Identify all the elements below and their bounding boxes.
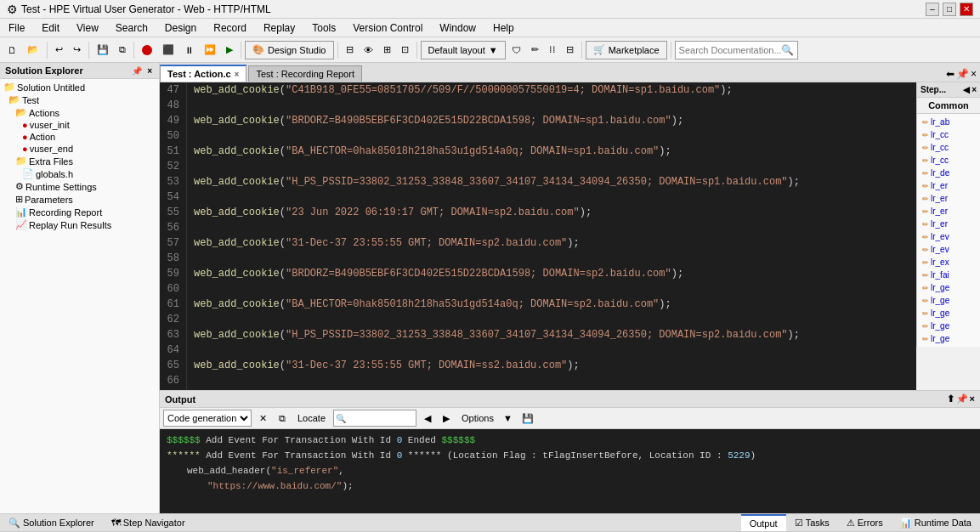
tab-recording-report[interactable]: Test : Recording Report xyxy=(248,65,362,82)
tree-globals-h[interactable]: 📄 globals.h xyxy=(2,167,157,180)
redo-button[interactable]: ↪ xyxy=(69,40,85,60)
common-function-item[interactable]: ✏lr_de xyxy=(919,167,978,179)
tree-test[interactable]: 📂 Test xyxy=(2,93,157,106)
copy-output-button[interactable]: ⧉ xyxy=(275,410,290,427)
common-function-item[interactable]: ✏lr_cc xyxy=(919,128,978,141)
menu-replay[interactable]: Replay xyxy=(255,19,303,37)
view-button[interactable]: 👁 xyxy=(360,40,377,60)
code-generation-dropdown[interactable]: Code generation xyxy=(163,410,252,427)
menu-edit[interactable]: Edit xyxy=(33,19,68,37)
tree-replay-run-results[interactable]: 📈 Replay Run Results xyxy=(2,218,157,231)
collapse-solution-button[interactable]: × xyxy=(145,66,154,76)
footer-runtime-data-tab[interactable]: 📊 Runtime Data xyxy=(892,514,980,531)
extra-button[interactable]: ⊡ xyxy=(397,40,413,60)
close-editor-icon[interactable]: × xyxy=(971,68,977,80)
save-button[interactable]: 💾 xyxy=(93,40,113,60)
menu-search[interactable]: Search xyxy=(107,19,156,37)
align-left-button[interactable]: ⊟ xyxy=(342,40,358,60)
code-editor[interactable]: 47web_add_cookie("C41B918_0FE55=0851705/… xyxy=(160,82,916,390)
minimize-button[interactable]: – xyxy=(926,3,939,16)
common-function-item[interactable]: ✏lr_cc xyxy=(919,141,978,154)
footer-tasks-tab[interactable]: ☑ Tasks xyxy=(786,514,838,531)
tree-action[interactable]: ● Action xyxy=(2,131,157,143)
footer-solution-explorer[interactable]: 🔍 Solution Explorer xyxy=(0,514,103,531)
common-function-item[interactable]: ✏lr_ge xyxy=(919,307,978,320)
footer-errors-tab[interactable]: ⚠ Errors xyxy=(838,514,892,531)
tree-runtime-settings[interactable]: ⚙ Runtime Settings xyxy=(2,180,157,193)
menu-view[interactable]: View xyxy=(68,19,107,37)
tree-vuser-end[interactable]: ● vuser_end xyxy=(2,143,157,155)
common-function-item[interactable]: ✏lr_ev xyxy=(919,230,978,243)
default-layout-button[interactable]: Default layout ▼ xyxy=(421,41,506,59)
tab-action-c-close[interactable]: × xyxy=(235,70,240,79)
new-button[interactable]: 🗋 xyxy=(3,40,21,60)
tree-solution-untitled[interactable]: 📁 Solution Untitled xyxy=(2,81,157,93)
collapse-editor-icon[interactable]: ⬅ xyxy=(946,68,955,80)
common-function-item[interactable]: ✏lr_ge xyxy=(919,320,978,332)
open-button[interactable]: 📂 xyxy=(23,40,43,60)
common-item-label: lr_ev xyxy=(931,245,949,254)
common-function-item[interactable]: ✏lr_er xyxy=(919,205,978,218)
key-button[interactable]: ⊟ xyxy=(562,40,578,60)
common-function-item[interactable]: ✏lr_ge xyxy=(919,332,978,345)
prev-result-button[interactable]: ◀ xyxy=(420,410,435,427)
stop-button[interactable]: ⬛ xyxy=(158,40,178,60)
common-function-item[interactable]: ✏lr_er xyxy=(919,218,978,230)
options-button[interactable]: Options xyxy=(457,410,498,427)
menu-design[interactable]: Design xyxy=(156,19,205,37)
design-studio-button[interactable]: 🎨 Design Studio xyxy=(245,41,334,59)
tree-vuser-init[interactable]: ● vuser_init xyxy=(2,119,157,131)
search-input[interactable] xyxy=(679,45,781,55)
tree-parameters[interactable]: ⊞ Parameters xyxy=(2,193,157,206)
menu-version-control[interactable]: Version Control xyxy=(344,19,431,37)
pencil-button[interactable]: ✏ xyxy=(527,40,543,60)
footer-output-tab[interactable]: Output xyxy=(741,514,786,531)
tree-extra-files[interactable]: 📁 Extra Files xyxy=(2,155,157,167)
step-close-icon[interactable]: × xyxy=(972,85,977,94)
dots-button[interactable]: ⁞⁞ xyxy=(545,40,560,60)
pin-output-icon[interactable]: 📌 xyxy=(956,393,968,405)
function-icon: ✏ xyxy=(922,309,929,318)
menu-file[interactable]: File xyxy=(0,19,33,37)
common-function-item[interactable]: ✏lr_fai xyxy=(919,269,978,281)
options-dropdown-arrow[interactable]: ▼ xyxy=(501,413,514,423)
step-pin-icon[interactable]: ◀ xyxy=(963,85,970,94)
close-button[interactable]: ✕ xyxy=(960,3,973,16)
footer-step-navigator[interactable]: 🗺 Step Navigator xyxy=(103,514,194,531)
record-button[interactable] xyxy=(138,40,156,60)
common-function-item[interactable]: ✏lr_ab xyxy=(919,116,978,128)
common-function-item[interactable]: ✏lr_ex xyxy=(919,256,978,269)
common-function-item[interactable]: ✏lr_er xyxy=(919,179,978,192)
pin-editor-icon[interactable]: 📌 xyxy=(956,68,969,80)
maximize-button[interactable]: □ xyxy=(943,3,956,16)
menu-help[interactable]: Help xyxy=(484,19,523,37)
pause-button[interactable]: ⏸ xyxy=(180,40,198,60)
next-result-button[interactable]: ▶ xyxy=(439,410,454,427)
save-output-button[interactable]: 💾 xyxy=(518,410,538,427)
menu-window[interactable]: Window xyxy=(431,19,484,37)
close-output-icon[interactable]: × xyxy=(970,393,975,405)
menu-record[interactable]: Record xyxy=(205,19,255,37)
play-button[interactable]: ▶ xyxy=(222,40,237,60)
tree-recording-report[interactable]: 📊 Recording Report xyxy=(2,206,157,218)
output-search-input[interactable] xyxy=(346,413,414,423)
tree-actions[interactable]: 📂 Actions xyxy=(2,106,157,119)
locate-output-button[interactable]: Locate xyxy=(293,410,330,427)
common-function-item[interactable]: ✏lr_ge xyxy=(919,294,978,307)
actions-folder-icon: 📂 xyxy=(15,107,27,118)
float-output-icon[interactable]: ⬆ xyxy=(947,393,955,405)
clear-output-button[interactable]: ✕ xyxy=(255,410,271,427)
shield-button[interactable]: 🛡 xyxy=(507,40,525,60)
grid-button[interactable]: ⊞ xyxy=(379,40,395,60)
undo-button[interactable]: ↩ xyxy=(51,40,67,60)
tab-action-c[interactable]: Test : Action.c × xyxy=(160,65,246,82)
menu-tools[interactable]: Tools xyxy=(303,19,344,37)
copy-button[interactable]: ⧉ xyxy=(115,40,130,60)
common-function-item[interactable]: ✏lr_er xyxy=(919,192,978,205)
marketplace-button[interactable]: 🛒 Marketplace xyxy=(586,41,667,59)
step-button[interactable]: ⏩ xyxy=(200,40,220,60)
common-function-item[interactable]: ✏lr_ge xyxy=(919,281,978,294)
pin-button[interactable]: 📌 xyxy=(130,66,144,76)
common-function-item[interactable]: ✏lr_ev xyxy=(919,243,978,256)
common-function-item[interactable]: ✏lr_cc xyxy=(919,154,978,167)
